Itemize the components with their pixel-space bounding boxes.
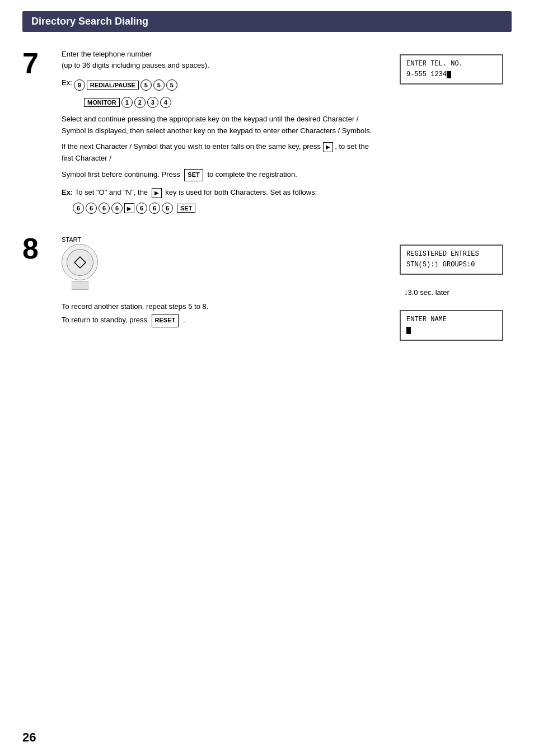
step7-example-row1: Ex: 9 REDIAL/PAUSE 5 5 5 [62,77,377,93]
triangle-icon-1: ▶ [323,142,333,152]
lcd3-line1: ENTER NAME [406,314,496,325]
cursor-2 [406,327,411,334]
button-base [72,281,88,290]
circle-9: 9 [74,79,85,91]
left-column: 7 Enter the telephone number (up to 36 d… [22,49,388,341]
circle-5b: 5 [153,79,165,91]
start-area: START [62,236,377,283]
circle-3: 3 [147,97,158,108]
step7-formula: 6 6 6 6 ▶ 6 6 6 SET [73,203,377,214]
lcd-display-1: ENTER TEL. NO. 9-555 1234 [400,54,503,84]
svg-marker-0 [74,257,86,268]
step7-instruction1: Select and continue pressing the appropr… [62,114,377,137]
step7-row: 7 Enter the telephone number (up to 36 d… [22,49,377,220]
lcd1-line2: 9-555 1234 [406,69,496,80]
lcd-display-2: REGISTERED ENTRIES STN(S):1 GROUPS:0 [400,245,503,275]
page-title: Directory Search Dialing [31,16,503,27]
step8-content: START [62,234,377,327]
step7-content: Enter the telephone number (up to 36 dig… [62,49,377,220]
circle-2: 2 [134,97,146,108]
lcd3-line2 [406,325,496,336]
step7-number: 7 [22,49,50,220]
box-set-2: SET [177,204,195,213]
start-outer[interactable] [62,244,98,280]
ex-label-7: Ex: [62,77,72,89]
box-redial: REDIAL/PAUSE [87,81,139,90]
step8-row: 8 START [22,234,377,327]
start-inner[interactable] [67,249,93,276]
reset-text: To return to standby, press RESET . [62,313,377,327]
diamond-icon [73,256,87,269]
step7-bold-ex: Ex: To set "O" and "N", the ▶ key is use… [62,187,377,199]
circle-5c: 5 [166,79,177,91]
start-label: START [62,236,81,243]
repeat-text: To record another station, repeat steps … [62,300,377,313]
repeat-instructions: To record another station, repeat steps … [62,300,377,327]
lcd2-line2: STN(S):1 GROUPS:0 [406,260,496,270]
step7-instruction2: If the next Character / Symbol that you … [62,141,377,165]
cursor-1 [447,71,451,78]
lcd2-line1: REGISTERED ENTRIES [406,249,496,260]
step8-number: 8 [22,234,50,327]
page-number: 26 [22,730,36,745]
spacer [400,96,512,233]
page-container: Directory Search Dialing 7 Enter the tel… [0,0,534,756]
box-monitor: MONITOR [84,98,120,107]
content-area: 7 Enter the telephone number (up to 36 d… [22,49,512,341]
right-column: ENTER TEL. NO. 9-555 1234 REGISTERED ENT… [400,49,512,341]
lcd1-line1: ENTER TEL. NO. [406,59,496,69]
box-reset: RESET [152,314,179,327]
step7-instruction3: Symbol first before continuing. Press SE… [62,169,377,181]
step7-example-row2: MONITOR 1 2 3 4 [84,97,377,108]
step7-description: Enter the telephone number (up to 36 dig… [62,49,377,71]
start-button-container [62,244,101,283]
triangle-icon-formula: ▶ [124,203,134,213]
lcd-display-3: ENTER NAME [400,310,503,340]
triangle-icon-2: ▶ [152,188,162,198]
circle-4: 4 [160,97,171,108]
arrow-label: ↓3.0 sec. later [404,288,512,297]
section-header: Directory Search Dialing [22,11,512,32]
circle-1: 1 [121,97,133,108]
box-set: SET [184,169,203,181]
circle-5a: 5 [140,79,152,91]
